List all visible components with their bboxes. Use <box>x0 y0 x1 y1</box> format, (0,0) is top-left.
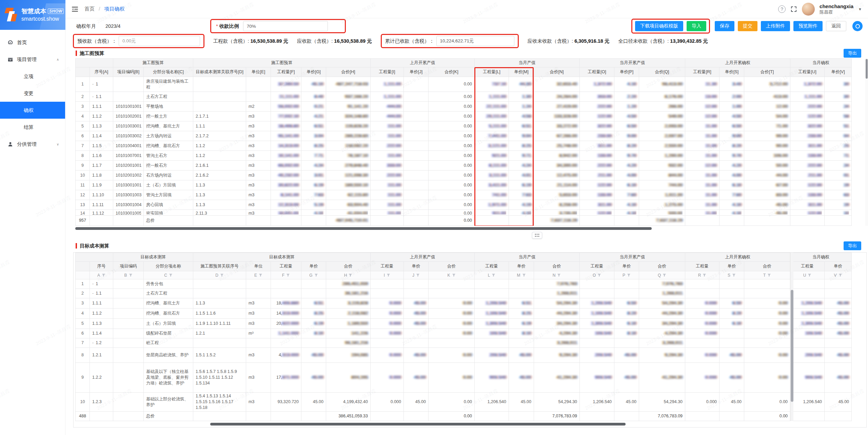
info-icon[interactable] <box>852 21 863 31</box>
redacted-value: 95,141.00 <box>278 134 299 138</box>
toolbar-button-预览附件[interactable]: 预览附件 <box>793 21 823 31</box>
table-cell: 11.00 <box>685 121 719 131</box>
sidebar-item-变更[interactable]: 变更 <box>0 85 65 102</box>
sidebar-item-label: 变更 <box>24 90 34 97</box>
sidebar-item-项目管理[interactable]: 项目管理∧ <box>0 51 65 68</box>
help-icon[interactable]: ? <box>778 5 786 13</box>
prepaid-input[interactable] <box>119 36 200 46</box>
avatar[interactable] <box>802 3 815 16</box>
table-cell: 10101004001 <box>113 141 144 151</box>
filter-cell[interactable]: J <box>412 273 420 278</box>
sidebar-item-确权[interactable]: 确权 <box>0 102 65 119</box>
filter-cell[interactable]: R <box>698 273 707 278</box>
toolbar-button-下载项目确权模版[interactable]: 下载项目确权模版 <box>635 21 683 31</box>
toolbar-button-导入[interactable]: 导入 <box>687 21 706 31</box>
redacted-value: 1,306.540 <box>591 321 612 326</box>
toolbar-button-上传附件[interactable]: 上传附件 <box>761 21 790 31</box>
filter-cell[interactable]: Q <box>658 273 666 278</box>
sidebar-item-首页[interactable]: 首页 <box>0 34 65 51</box>
filter-cell[interactable]: E <box>254 273 262 278</box>
table-cell: 25 <box>825 141 852 151</box>
table-cell: 管沟土方回填 <box>144 190 193 200</box>
scrollbar-thumb[interactable] <box>791 290 793 402</box>
table-cell: 4,199,432.40 <box>326 393 371 412</box>
sidebar-item-label: 分供管理 <box>17 141 37 147</box>
table-cell: 基础以上部分砼浇筑、养护 <box>144 393 193 412</box>
collapse-toggle[interactable]: - <box>92 82 94 86</box>
export-button-table1[interactable]: 导出 <box>844 49 861 58</box>
column-group-header: 当月确权 <box>790 59 852 67</box>
filter-cell[interactable]: U <box>803 273 812 278</box>
table-cell <box>744 338 790 348</box>
ratio-input[interactable] <box>243 21 328 31</box>
table-cell: 279,848.40 <box>326 161 371 171</box>
redacted-value: 45.00 <box>520 375 531 380</box>
filter-cell[interactable]: N <box>553 273 561 278</box>
filter-cell[interactable]: A <box>97 273 105 278</box>
collapse-toggle[interactable]: - <box>92 291 94 296</box>
sidebar-item-结算[interactable]: 结算 <box>0 119 65 136</box>
row-index: 2 <box>76 92 90 102</box>
table-cell: 4.10 <box>509 210 534 216</box>
breadcrumb-current[interactable]: 项目确权 <box>104 6 125 12</box>
column-filter-C: C <box>144 271 193 279</box>
toolbar-button-提交[interactable]: 提交 <box>738 21 757 31</box>
table-cell: m3 <box>246 298 271 309</box>
toolbar-button-返回[interactable]: 返回 <box>826 21 846 31</box>
chevron-down-icon[interactable]: ▼ <box>858 7 862 11</box>
toolbar-button-保存[interactable]: 保存 <box>715 21 734 31</box>
table-cell: m3 <box>246 348 271 363</box>
collapse-toggle[interactable]: - <box>92 281 94 286</box>
row-index: 3 <box>76 298 90 309</box>
filter-cell[interactable]: G <box>309 273 318 278</box>
filter-cell[interactable]: D <box>215 273 224 278</box>
filter-cell[interactable]: B <box>124 273 132 278</box>
table-cell: 1.2.1 <box>193 329 246 338</box>
filter-cell[interactable]: P <box>623 273 631 278</box>
table-cell: 2.00 <box>719 92 744 102</box>
table-cell: 0.00 <box>429 102 475 112</box>
fullscreen-icon[interactable] <box>790 6 797 13</box>
collapse-toggle[interactable]: - <box>92 340 94 345</box>
filter-cell[interactable]: C <box>164 273 173 278</box>
filter-cell[interactable]: M <box>517 273 526 278</box>
table-cell <box>193 216 246 226</box>
table-cell: 111.00 <box>371 190 404 200</box>
filter-cell[interactable]: O <box>593 273 601 278</box>
scrollbar-thumb[interactable] <box>210 423 626 426</box>
filter-cell[interactable]: F <box>282 273 290 278</box>
filter-cell[interactable]: V <box>834 273 842 278</box>
table-cell: 311.00 <box>580 200 614 210</box>
sidebar-item-立项[interactable]: 立项 <box>0 68 65 85</box>
breadcrumb-home[interactable]: 首页 <box>84 6 95 12</box>
table-cell: 土方场内转运 <box>144 131 193 141</box>
redacted-value: 91,141.20 <box>348 104 368 109</box>
filter-cell[interactable]: T <box>763 273 771 278</box>
table-cell <box>580 412 614 421</box>
table-cell: 7,441.00 <box>475 131 509 141</box>
filter-cell[interactable]: I <box>384 273 390 278</box>
table-cell: 2,118,082 <box>326 309 371 319</box>
menu-fold-icon[interactable] <box>72 6 78 13</box>
drag-grid-handle[interactable] <box>532 232 542 239</box>
table-cell: 1.1.5 <box>90 141 113 151</box>
table-cell: 7.71 <box>301 151 326 161</box>
redacted-value: 500.00 <box>669 211 683 215</box>
table-cell: 0.000 <box>685 309 719 319</box>
scrollbar-thumb[interactable] <box>75 227 652 230</box>
redacted-value: 12.00 <box>776 104 788 109</box>
table-cell <box>113 77 144 92</box>
filter-cell[interactable]: H <box>344 273 353 278</box>
filter-cell[interactable]: L <box>488 273 496 278</box>
filter-cell[interactable]: S <box>728 273 736 278</box>
scrollbar-thumb[interactable] <box>866 59 868 79</box>
collapse-toggle[interactable]: - <box>92 94 94 99</box>
filter-cell[interactable]: K <box>448 273 456 278</box>
redacted-value: 906.540 <box>490 375 506 380</box>
sidebar-item-分供管理[interactable]: 分供管理∨ <box>0 136 65 153</box>
export-button-table2[interactable]: 导出 <box>844 241 861 250</box>
table-cell: 8,258.00 <box>534 200 580 210</box>
received-input[interactable] <box>436 36 514 46</box>
redacted-value: 311.00 <box>598 143 612 148</box>
redacted-value: 44.30 <box>520 82 531 86</box>
